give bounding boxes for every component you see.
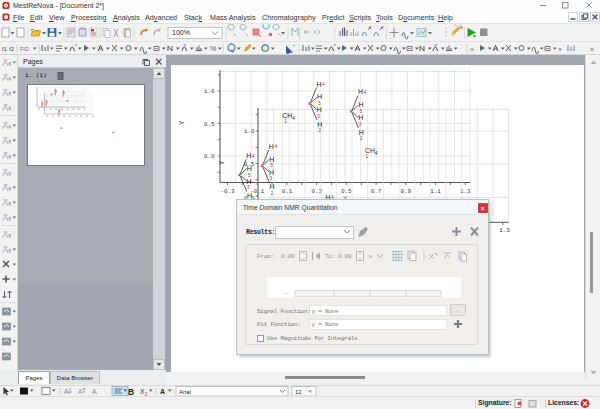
svg-text:0.5: 0.5 [341, 188, 352, 195]
svg-text:H: H [358, 101, 363, 108]
svg-text:2: 2 [360, 136, 363, 141]
svg-text:Y: Y [178, 120, 185, 125]
svg-text:5: 5 [271, 163, 274, 168]
svg-text:H: H [247, 165, 252, 172]
svg-text:H: H [359, 129, 364, 136]
svg-text:1.3: 1.3 [499, 227, 510, 234]
svg-text:H: H [247, 178, 252, 185]
svg-text:1: 1 [366, 154, 369, 159]
svg-text:H: H [269, 143, 274, 150]
svg-text:5: 5 [248, 173, 251, 178]
svg-text:5: 5 [360, 109, 363, 114]
svg-text:0.1: 0.1 [282, 188, 293, 195]
svg-text:12: 12 [295, 389, 302, 395]
svg-text:0.9: 0.9 [401, 188, 412, 195]
svg-text:f2: f2 [9, 46, 15, 52]
svg-text:A: A [64, 388, 69, 395]
svg-text:FID: FID [20, 46, 29, 52]
svg-text:3: 3 [270, 176, 273, 181]
svg-text:H: H [246, 152, 251, 159]
svg-text:100%: 100% [172, 29, 190, 36]
svg-text:0.7: 0.7 [371, 188, 382, 195]
svg-text:»: » [590, 46, 594, 53]
svg-text:2: 2 [319, 128, 322, 133]
svg-text:%: % [210, 45, 216, 52]
svg-text:H: H [269, 156, 274, 163]
svg-text:1.0: 1.0 [244, 128, 255, 135]
svg-text:H: H [316, 81, 321, 88]
svg-text:»: » [558, 46, 562, 53]
svg-text:B: B [128, 387, 134, 397]
svg-text:Y: Y [218, 160, 225, 165]
svg-text:A: A [160, 388, 165, 395]
svg-text:-0.3: -0.3 [221, 188, 235, 195]
svg-text:2: 2 [271, 191, 274, 196]
svg-text:H: H [358, 114, 363, 121]
svg-text:H: H [317, 93, 322, 100]
svg-text:...: ... [283, 289, 288, 295]
svg-text:4: 4 [275, 144, 278, 149]
svg-text:H: H [317, 121, 322, 128]
svg-text:1: 1 [284, 119, 287, 124]
svg-text:Arial: Arial [179, 389, 191, 395]
svg-text:»: » [470, 46, 474, 53]
svg-text:A: A [92, 388, 97, 395]
svg-text:4: 4 [322, 82, 325, 87]
svg-text:H: H [270, 183, 275, 190]
svg-text:-0.1: -0.1 [250, 188, 264, 195]
svg-text:3: 3 [359, 122, 362, 127]
svg-text:4: 4 [252, 154, 255, 159]
svg-text:0.0: 0.0 [204, 153, 215, 160]
svg-text:f1: f1 [2, 46, 8, 52]
svg-text:0.5: 0.5 [204, 121, 215, 128]
svg-text:H: H [317, 106, 322, 113]
svg-text:H: H [269, 169, 274, 176]
svg-text:...: ... [454, 307, 459, 313]
svg-text:1.1: 1.1 [430, 188, 441, 195]
svg-text:4: 4 [364, 90, 367, 95]
svg-text:H: H [358, 88, 363, 95]
svg-text:3: 3 [247, 185, 250, 190]
svg-text:3: 3 [317, 114, 320, 119]
svg-text:5: 5 [318, 101, 321, 106]
svg-text:1.0: 1.0 [204, 88, 215, 95]
svg-text:A: A [78, 388, 83, 395]
